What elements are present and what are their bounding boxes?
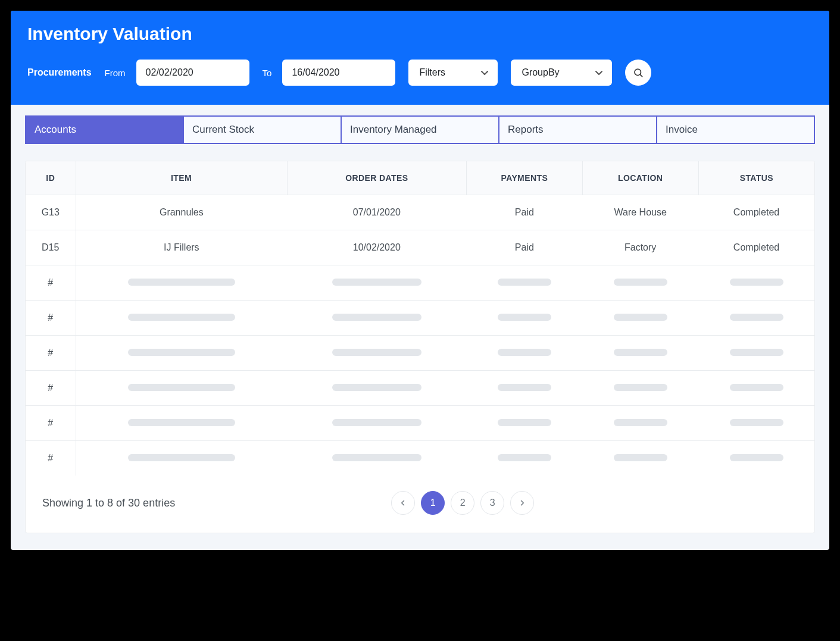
table-row[interactable]: D15IJ Fillers10/02/2020PaidFactoryComple… bbox=[26, 230, 814, 265]
chevron-down-icon bbox=[594, 68, 604, 77]
cell-placeholder bbox=[698, 265, 814, 301]
cell-placeholder bbox=[698, 371, 814, 406]
app-frame: Inventory Valuation Procurements From To… bbox=[11, 11, 829, 550]
cell-placeholder bbox=[76, 301, 287, 336]
cell-id: # bbox=[26, 301, 76, 336]
column-header: ORDER DATES bbox=[287, 161, 466, 195]
cell-payment: Paid bbox=[466, 195, 582, 230]
cell-id: # bbox=[26, 371, 76, 406]
page-prev[interactable] bbox=[391, 491, 415, 515]
table-row-placeholder: # bbox=[26, 301, 814, 336]
cell-placeholder bbox=[287, 336, 466, 371]
cell-placeholder bbox=[466, 336, 582, 371]
table-row-placeholder: # bbox=[26, 441, 814, 476]
tab-invoice[interactable]: Invoice bbox=[657, 115, 815, 144]
chevron-left-icon bbox=[399, 499, 407, 506]
cell-id: D15 bbox=[26, 230, 76, 265]
from-label: From bbox=[105, 68, 126, 78]
cell-id: # bbox=[26, 265, 76, 301]
cell-item: IJ Fillers bbox=[76, 230, 287, 265]
page-3[interactable]: 3 bbox=[480, 491, 504, 515]
column-header: ITEM bbox=[76, 161, 287, 195]
cell-placeholder bbox=[698, 441, 814, 476]
cell-placeholder bbox=[287, 301, 466, 336]
section-label: Procurements bbox=[27, 67, 92, 78]
column-header: PAYMENTS bbox=[466, 161, 582, 195]
table-body: G13Grannules07/01/2020PaidWare HouseComp… bbox=[26, 195, 814, 476]
table-footer: Showing 1 to 8 of 30 entries 123 bbox=[26, 476, 814, 533]
cell-item: Grannules bbox=[76, 195, 287, 230]
table-row-placeholder: # bbox=[26, 371, 814, 406]
cell-location: Factory bbox=[582, 230, 698, 265]
pagination: 123 bbox=[391, 491, 534, 515]
cell-placeholder bbox=[76, 336, 287, 371]
cell-payment: Paid bbox=[466, 230, 582, 265]
table-wrap: IDITEMORDER DATESPAYMENTSLOCATIONSTATUS … bbox=[25, 161, 815, 533]
column-header: LOCATION bbox=[582, 161, 698, 195]
cell-placeholder bbox=[287, 371, 466, 406]
cell-placeholder bbox=[466, 301, 582, 336]
page-1[interactable]: 1 bbox=[421, 491, 445, 515]
cell-placeholder bbox=[287, 441, 466, 476]
table-row-placeholder: # bbox=[26, 336, 814, 371]
cell-id: # bbox=[26, 441, 76, 476]
cell-placeholder bbox=[582, 441, 698, 476]
cell-location: Ware House bbox=[582, 195, 698, 230]
cell-placeholder bbox=[287, 406, 466, 441]
cell-placeholder bbox=[698, 301, 814, 336]
cell-placeholder bbox=[582, 336, 698, 371]
cell-order_date: 10/02/2020 bbox=[287, 230, 466, 265]
search-button[interactable] bbox=[625, 60, 651, 86]
cell-placeholder bbox=[76, 441, 287, 476]
svg-line-1 bbox=[641, 74, 642, 76]
cell-id: # bbox=[26, 336, 76, 371]
cell-placeholder bbox=[582, 406, 698, 441]
cell-placeholder bbox=[582, 371, 698, 406]
chevron-right-icon bbox=[519, 499, 526, 506]
cell-placeholder bbox=[76, 265, 287, 301]
table-row-placeholder: # bbox=[26, 265, 814, 301]
page-next[interactable] bbox=[510, 491, 534, 515]
header: Inventory Valuation Procurements From To… bbox=[11, 11, 829, 105]
cell-id: G13 bbox=[26, 195, 76, 230]
tab-reports[interactable]: Reports bbox=[499, 115, 657, 144]
filters-label: Filters bbox=[419, 67, 445, 78]
cell-status: Completed bbox=[698, 230, 814, 265]
table-header-row: IDITEMORDER DATESPAYMENTSLOCATIONSTATUS bbox=[26, 161, 814, 195]
cell-placeholder bbox=[466, 371, 582, 406]
cell-placeholder bbox=[466, 406, 582, 441]
from-date-input[interactable] bbox=[136, 60, 249, 86]
chevron-down-icon bbox=[480, 68, 489, 77]
filters-dropdown[interactable]: Filters bbox=[408, 60, 498, 86]
groupby-label: GroupBy bbox=[522, 67, 559, 78]
search-icon bbox=[633, 67, 644, 78]
cell-placeholder bbox=[582, 265, 698, 301]
column-header: STATUS bbox=[698, 161, 814, 195]
tab-current-stock[interactable]: Current Stock bbox=[184, 115, 342, 144]
cell-placeholder bbox=[698, 406, 814, 441]
table-row-placeholder: # bbox=[26, 406, 814, 441]
content: AccountsCurrent StockInventory ManagedRe… bbox=[11, 105, 829, 550]
tab-accounts[interactable]: Accounts bbox=[25, 115, 184, 144]
data-table: IDITEMORDER DATESPAYMENTSLOCATIONSTATUS … bbox=[26, 161, 814, 476]
date-from-group: From bbox=[105, 60, 249, 86]
cell-id: # bbox=[26, 406, 76, 441]
column-header: ID bbox=[26, 161, 76, 195]
tabs: AccountsCurrent StockInventory ManagedRe… bbox=[25, 115, 815, 144]
date-to-group: To bbox=[263, 60, 396, 86]
cell-placeholder bbox=[76, 406, 287, 441]
cell-placeholder bbox=[582, 301, 698, 336]
tab-inventory-managed[interactable]: Inventory Managed bbox=[342, 115, 499, 144]
cell-status: Completed bbox=[698, 195, 814, 230]
groupby-dropdown[interactable]: GroupBy bbox=[511, 60, 612, 86]
page-2[interactable]: 2 bbox=[451, 491, 474, 515]
to-date-input[interactable] bbox=[282, 60, 395, 86]
cell-placeholder bbox=[287, 265, 466, 301]
cell-placeholder bbox=[466, 265, 582, 301]
pagination-summary: Showing 1 to 8 of 30 entries bbox=[42, 497, 175, 509]
cell-placeholder bbox=[76, 371, 287, 406]
table-row[interactable]: G13Grannules07/01/2020PaidWare HouseComp… bbox=[26, 195, 814, 230]
toolbar: Procurements From To Filters GroupBy bbox=[27, 60, 813, 86]
page-title: Inventory Valuation bbox=[27, 24, 813, 44]
cell-placeholder bbox=[698, 336, 814, 371]
